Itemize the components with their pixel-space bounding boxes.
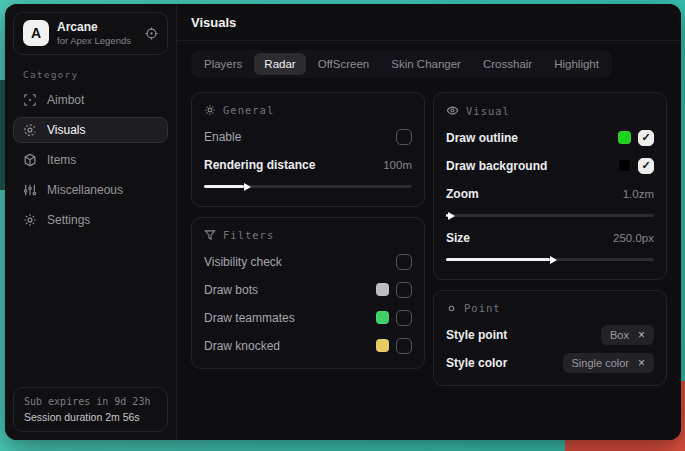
- tab-radar[interactable]: Radar: [254, 53, 305, 75]
- draw-teammates-checkbox[interactable]: [396, 310, 412, 326]
- app-header-card: A Arcane for Apex Legends: [13, 12, 168, 55]
- enable-checkbox[interactable]: [396, 129, 412, 145]
- tab-skin-changer[interactable]: Skin Changer: [381, 53, 471, 75]
- main-header: Visuals: [177, 4, 681, 41]
- box-icon: [23, 153, 37, 167]
- tab-highlight[interactable]: Highlight: [544, 53, 609, 75]
- setting-row-draw-bots: Draw bots: [204, 278, 412, 301]
- tab-players[interactable]: Players: [194, 53, 252, 75]
- session-duration-text: Session duration 2m 56s: [24, 411, 157, 423]
- setting-row-zoom: Zoom 1.0zm: [446, 182, 654, 205]
- sun-icon: [204, 104, 216, 116]
- sidebar-item-label: Aimbot: [47, 93, 84, 107]
- panel-visual-header: Visual: [446, 104, 654, 117]
- setting-value: 250.0px: [613, 232, 654, 244]
- panel-point-header: Point: [446, 302, 654, 314]
- style-point-tag[interactable]: Box ×: [601, 325, 654, 345]
- panel-general-header: General: [204, 104, 412, 116]
- remove-icon[interactable]: ×: [638, 357, 645, 369]
- panel-title: General: [223, 104, 274, 116]
- setting-row-rendering-distance: Rendering distance 100m: [204, 153, 412, 176]
- sub-expires-text: Sub expires in 9d 23h: [24, 396, 157, 407]
- app-meta: Arcane for Apex Legends: [57, 20, 137, 47]
- setting-label: Visibility check: [204, 255, 282, 269]
- size-slider[interactable]: [446, 253, 654, 265]
- panel-filters-header: Filters: [204, 229, 412, 241]
- tag-label: Box: [610, 329, 629, 341]
- dot-icon: [446, 303, 457, 314]
- slider-fill[interactable]: [446, 214, 448, 217]
- color-swatch[interactable]: [376, 311, 389, 324]
- setting-row-style-point: Style point Box ×: [446, 323, 654, 346]
- content-grid: General Enable Rendering distance 100m: [177, 82, 681, 396]
- crosshair-icon: [23, 93, 37, 107]
- visibility-check-checkbox[interactable]: [396, 254, 412, 270]
- panel-visual: Visual Draw outline ✓ Draw background: [433, 92, 667, 280]
- rendering-distance-slider[interactable]: [204, 180, 412, 192]
- setting-label: Draw bots: [204, 283, 258, 297]
- sidebar-item-label: Settings: [47, 213, 90, 227]
- sidebar-item-label: Miscellaneous: [47, 183, 123, 197]
- setting-row-draw-background: Draw background ✓: [446, 154, 654, 177]
- zoom-slider[interactable]: [446, 209, 654, 221]
- setting-label: Draw teammates: [204, 311, 295, 325]
- app-name: Arcane: [57, 20, 137, 35]
- radar-icon: [23, 123, 37, 137]
- style-color-tag[interactable]: Single color ×: [563, 353, 655, 373]
- sidebar: A Arcane for Apex Legends Category: [5, 4, 177, 440]
- slider-fill[interactable]: [446, 258, 550, 261]
- panel-title: Visual: [466, 105, 510, 117]
- subscription-card: Sub expires in 9d 23h Session duration 2…: [13, 387, 168, 432]
- sidebar-item-label: Visuals: [47, 123, 85, 137]
- setting-row-visibility-check: Visibility check: [204, 250, 412, 273]
- sidebar-item-aimbot[interactable]: Aimbot: [13, 87, 168, 113]
- setting-row-draw-knocked: Draw knocked: [204, 334, 412, 357]
- gear-icon: [23, 213, 37, 227]
- remove-icon[interactable]: ×: [638, 329, 645, 341]
- slider-fill[interactable]: [204, 185, 244, 188]
- main-area: Visuals Players Radar OffScreen Skin Cha…: [177, 4, 681, 440]
- color-swatch[interactable]: [376, 283, 389, 296]
- draw-knocked-checkbox[interactable]: [396, 338, 412, 354]
- color-swatch[interactable]: [618, 131, 631, 144]
- draw-background-checkbox[interactable]: ✓: [638, 158, 654, 174]
- page-title: Visuals: [191, 15, 667, 30]
- color-swatch[interactable]: [618, 159, 631, 172]
- setting-label: Rendering distance: [204, 158, 315, 172]
- panel-filters: Filters Visibility check Draw bots: [191, 217, 425, 369]
- sidebar-item-items[interactable]: Items: [13, 147, 168, 173]
- slider-track: [446, 214, 654, 217]
- sidebar-item-miscellaneous[interactable]: Miscellaneous: [13, 177, 168, 203]
- sidebar-item-visuals[interactable]: Visuals: [13, 117, 168, 143]
- sliders-icon: [23, 183, 37, 197]
- setting-label: Style point: [446, 328, 507, 342]
- tab-crosshair[interactable]: Crosshair: [473, 53, 542, 75]
- funnel-icon: [204, 229, 216, 241]
- setting-row-size: Size 250.0px: [446, 226, 654, 249]
- tab-bar: Players Radar OffScreen Skin Changer Cro…: [191, 50, 612, 78]
- setting-row-enable: Enable: [204, 125, 412, 148]
- category-label: Category: [23, 69, 158, 80]
- setting-row-draw-teammates: Draw teammates: [204, 306, 412, 329]
- draw-outline-checkbox[interactable]: ✓: [638, 130, 654, 146]
- panel-title: Filters: [223, 229, 274, 241]
- draw-bots-checkbox[interactable]: [396, 282, 412, 298]
- setting-label: Enable: [204, 130, 241, 144]
- panel-title: Point: [464, 302, 501, 314]
- setting-value: 1.0zm: [623, 188, 654, 200]
- target-icon[interactable]: [145, 27, 158, 40]
- setting-label: Draw knocked: [204, 339, 280, 353]
- sidebar-item-label: Items: [47, 153, 76, 167]
- setting-label: Zoom: [446, 187, 479, 201]
- tab-offscreen[interactable]: OffScreen: [308, 53, 380, 75]
- setting-label: Draw background: [446, 159, 547, 173]
- setting-label: Style color: [446, 356, 507, 370]
- app-logo: A: [23, 20, 49, 46]
- eye-icon: [446, 104, 459, 117]
- color-swatch[interactable]: [376, 339, 389, 352]
- panel-general: General Enable Rendering distance 100m: [191, 92, 425, 207]
- app-subtitle: for Apex Legends: [57, 35, 137, 47]
- sidebar-nav: Aimbot Visuals Items: [13, 87, 168, 233]
- setting-value: 100m: [383, 159, 412, 171]
- sidebar-item-settings[interactable]: Settings: [13, 207, 168, 233]
